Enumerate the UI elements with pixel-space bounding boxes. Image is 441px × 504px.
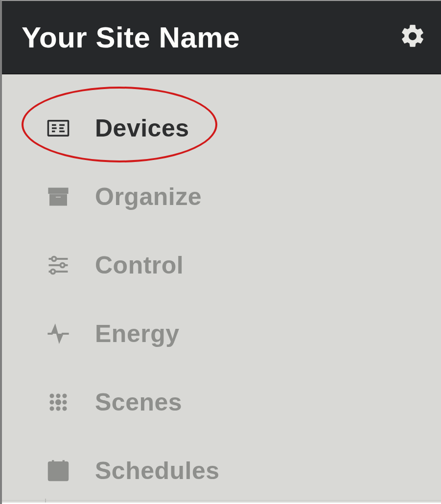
sidebar-item-label: Scenes — [95, 388, 182, 416]
archive-icon — [44, 182, 73, 211]
svg-rect-0 — [48, 121, 68, 136]
svg-point-16 — [50, 394, 54, 398]
settings-button[interactable] — [399, 23, 426, 51]
pulse-icon — [44, 319, 73, 348]
svg-point-23 — [57, 407, 60, 411]
scenes-icon — [44, 388, 73, 417]
svg-point-14 — [60, 263, 65, 268]
sidebar-item-label: Schedules — [95, 457, 220, 485]
svg-point-33 — [52, 475, 54, 477]
sidebar-item-schedules[interactable]: Schedules — [2, 436, 441, 504]
svg-point-35 — [61, 475, 63, 477]
sidebar-item-scenes[interactable]: Scenes — [2, 368, 441, 436]
sliders-icon — [44, 251, 73, 280]
svg-rect-9 — [55, 196, 61, 198]
sidebar-item-organize[interactable]: Organize — [2, 162, 441, 231]
devices-icon — [44, 114, 73, 143]
calendar-icon — [44, 456, 73, 485]
bottom-crop-edge — [2, 500, 441, 504]
app-header: Your Site Name — [2, 1, 441, 74]
svg-point-34 — [56, 475, 58, 477]
sidebar-nav: Devices Organize Control — [2, 74, 441, 504]
site-title: Your Site Name — [22, 21, 240, 54]
sidebar-item-label: Organize — [95, 183, 202, 211]
sidebar-item-devices[interactable]: Devices — [2, 94, 441, 162]
sidebar-item-label: Devices — [95, 114, 189, 142]
gear-icon — [399, 23, 426, 52]
sidebar-item-energy[interactable]: Energy — [2, 299, 441, 368]
svg-point-13 — [52, 257, 56, 261]
svg-point-22 — [50, 407, 54, 411]
sidebar-item-control[interactable]: Control — [2, 231, 441, 299]
svg-point-32 — [65, 471, 67, 473]
svg-rect-7 — [49, 188, 68, 193]
svg-point-15 — [51, 270, 55, 274]
sidebar-item-label: Energy — [95, 320, 180, 348]
svg-point-21 — [63, 401, 67, 404]
svg-point-18 — [63, 394, 67, 398]
svg-point-19 — [50, 401, 54, 404]
sidebar-item-label: Control — [95, 251, 184, 279]
svg-point-17 — [57, 394, 60, 398]
svg-point-29 — [52, 471, 54, 473]
svg-point-20 — [56, 400, 61, 405]
svg-point-24 — [63, 407, 67, 411]
svg-point-31 — [61, 471, 63, 473]
svg-point-30 — [56, 471, 58, 473]
